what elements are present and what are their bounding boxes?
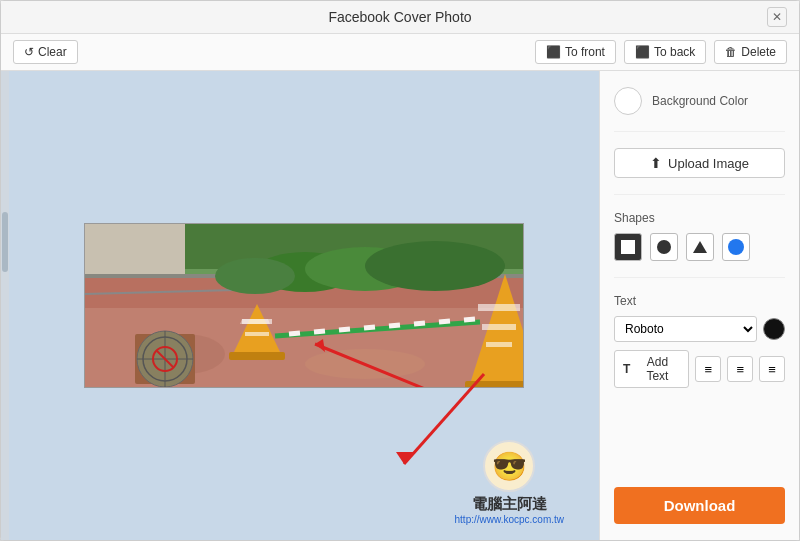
add-text-icon: T <box>623 362 630 376</box>
svg-rect-41 <box>478 304 520 311</box>
to-front-button[interactable]: ⬛ To front <box>535 40 616 64</box>
text-color-swatch[interactable] <box>763 318 785 340</box>
shape-circle-button[interactable] <box>650 233 678 261</box>
align-center-button[interactable]: ≡ <box>727 356 753 382</box>
text-section: Text Roboto T Add Text ≡ <box>614 294 785 388</box>
svg-rect-27 <box>245 332 269 336</box>
watermark: 😎 電腦主阿達 http://www.kocpc.com.tw <box>455 440 564 525</box>
shapes-section: Shapes <box>614 211 785 261</box>
shape-square-button[interactable] <box>614 233 642 261</box>
svg-rect-42 <box>482 324 516 330</box>
align-center-icon: ≡ <box>736 362 744 377</box>
text-label: Text <box>614 294 785 308</box>
square-icon <box>621 240 635 254</box>
delete-icon: 🗑 <box>725 45 737 59</box>
scrollbar[interactable] <box>1 71 9 540</box>
svg-marker-51 <box>396 452 416 464</box>
clear-label: Clear <box>38 45 67 59</box>
to-front-label: To front <box>565 45 605 59</box>
window-title: Facebook Cover Photo <box>328 9 471 25</box>
svg-point-22 <box>365 241 505 291</box>
delete-label: Delete <box>741 45 776 59</box>
svg-line-31 <box>289 333 300 334</box>
app-window: Facebook Cover Photo ✕ ↺ Clear ⬛ To fron… <box>0 0 800 541</box>
svg-line-35 <box>389 325 400 326</box>
add-text-button[interactable]: T Add Text <box>614 350 689 388</box>
download-button[interactable]: Download <box>614 487 785 524</box>
font-select[interactable]: Roboto <box>614 316 757 342</box>
divider-2 <box>614 194 785 195</box>
svg-point-23 <box>215 258 295 294</box>
shapes-row <box>614 233 785 261</box>
main-content: 😎 電腦主阿達 http://www.kocpc.com.tw Backgrou… <box>1 71 799 540</box>
bg-color-section: Background Color <box>614 87 785 115</box>
scene-svg <box>85 224 524 388</box>
shapes-label: Shapes <box>614 211 785 225</box>
to-back-icon: ⬛ <box>635 45 650 59</box>
svg-line-36 <box>414 323 425 324</box>
svg-rect-40 <box>465 381 524 388</box>
close-icon: ✕ <box>772 10 782 24</box>
bg-color-label: Background Color <box>652 94 748 108</box>
upload-label: Upload Image <box>668 156 749 171</box>
bg-color-row: Background Color <box>614 87 785 115</box>
delete-button[interactable]: 🗑 Delete <box>714 40 787 64</box>
svg-rect-43 <box>486 342 512 347</box>
photo <box>84 223 524 388</box>
to-back-label: To back <box>654 45 695 59</box>
divider-1 <box>614 131 785 132</box>
circle-icon <box>657 240 671 254</box>
svg-line-37 <box>439 321 450 322</box>
align-left-icon: ≡ <box>705 362 713 377</box>
add-text-label: Add Text <box>634 355 680 383</box>
close-button[interactable]: ✕ <box>767 7 787 27</box>
align-left-button[interactable]: ≡ <box>695 356 721 382</box>
watermark-url: http://www.kocpc.com.tw <box>455 514 564 525</box>
sidebar: Background Color ⬆ Upload Image Shapes <box>599 71 799 540</box>
upload-icon: ⬆ <box>650 155 662 171</box>
text-tools-row: T Add Text ≡ ≡ ≡ <box>614 350 785 388</box>
to-back-button[interactable]: ⬛ To back <box>624 40 706 64</box>
bg-color-swatch[interactable] <box>614 87 642 115</box>
title-bar: Facebook Cover Photo ✕ <box>1 1 799 34</box>
to-front-icon: ⬛ <box>546 45 561 59</box>
svg-line-33 <box>339 329 350 330</box>
toolbar: ↺ Clear ⬛ To front ⬛ To back 🗑 Delete <box>1 34 799 71</box>
svg-rect-25 <box>229 352 285 360</box>
watermark-brand: 電腦主阿達 <box>472 495 547 514</box>
upload-section: ⬆ Upload Image <box>614 148 785 178</box>
align-right-button[interactable]: ≡ <box>759 356 785 382</box>
svg-line-32 <box>314 331 325 332</box>
clear-button[interactable]: ↺ Clear <box>13 40 78 64</box>
shape-triangle-button[interactable] <box>686 233 714 261</box>
canvas-image[interactable] <box>84 223 524 388</box>
scroll-thumb[interactable] <box>2 212 8 272</box>
align-right-icon: ≡ <box>768 362 776 377</box>
clear-icon: ↺ <box>24 45 34 59</box>
svg-line-38 <box>464 319 475 320</box>
shape-filled-circle-button[interactable] <box>722 233 750 261</box>
canvas-area[interactable]: 😎 電腦主阿達 http://www.kocpc.com.tw <box>9 71 599 540</box>
upload-button[interactable]: ⬆ Upload Image <box>614 148 785 178</box>
filled-circle-icon <box>728 239 744 255</box>
watermark-avatar: 😎 <box>483 440 535 492</box>
triangle-icon <box>693 241 707 253</box>
svg-marker-28 <box>240 319 270 324</box>
svg-line-34 <box>364 327 375 328</box>
font-row: Roboto <box>614 316 785 342</box>
divider-3 <box>614 277 785 278</box>
